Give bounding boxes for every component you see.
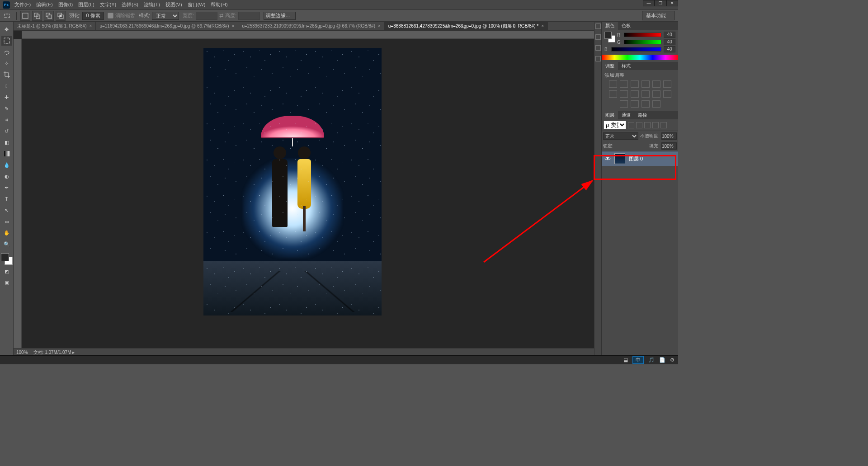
fill-input[interactable] [661,142,677,150]
tool-zoom[interactable]: 🔍 [1,239,12,249]
b-value[interactable]: 40 [664,46,675,52]
menu-select[interactable]: 选择(S) [121,0,139,9]
tool-shape[interactable]: ▭ [1,217,12,226]
menu-filter[interactable]: 滤镜(T) [143,0,161,9]
document-tab[interactable]: 未标题-1 @ 50% (图层 1, RGB/8#)× [14,22,96,31]
tab-channels[interactable]: 通道 [618,111,634,119]
canvas[interactable] [203,48,382,315]
menu-view[interactable]: 视图(V) [165,0,183,9]
current-tool-icon[interactable] [3,11,13,21]
tool-eraser[interactable]: ◧ [1,137,12,147]
tab-swatches[interactable]: 色板 [618,22,634,30]
dock-icon[interactable] [595,56,601,61]
maximize-button[interactable]: ❐ [655,0,666,6]
tool-blur[interactable]: 💧 [1,160,12,170]
tray-icon[interactable]: ⬓ [623,357,628,363]
document-tab[interactable]: u=2539637233,2109093909&fm=26&gp=0.jpg @… [238,22,384,30]
canvas-viewport[interactable] [14,31,594,348]
tool-path-select[interactable]: ↖ [1,205,12,215]
dock-icon[interactable] [595,34,601,40]
ruler-horizontal[interactable] [22,31,594,39]
adj-colorlookup-icon[interactable] [652,90,660,98]
ime-indicator[interactable]: 中 [632,356,644,364]
adj-vibrance-icon[interactable] [652,80,660,88]
menu-window[interactable]: 窗口(W) [187,0,207,9]
color-swatches[interactable] [1,253,13,265]
adj-curves-icon[interactable] [631,80,639,88]
filter-pixel-icon[interactable] [628,122,634,128]
style-select[interactable]: 正常 [152,12,179,20]
adj-invert-icon[interactable] [663,90,671,98]
layer-row[interactable]: 图层 0 [602,151,678,166]
tray-icon[interactable]: 📄 [659,357,665,363]
adj-levels-icon[interactable] [620,80,628,88]
feather-input[interactable] [82,12,104,20]
filter-smart-icon[interactable] [660,122,667,128]
tab-styles[interactable]: 样式 [618,62,634,70]
workspace-switcher[interactable]: 基本功能 [642,11,675,20]
selection-intersect-icon[interactable] [56,11,66,21]
adj-exposure-icon[interactable] [642,80,650,88]
dock-icon[interactable] [595,24,601,29]
g-value[interactable]: 40 [664,39,675,45]
tool-clone[interactable]: ⌗ [1,115,12,125]
foreground-color[interactable] [1,253,9,261]
zoom-level[interactable]: 100% [16,350,28,355]
adj-brightness-icon[interactable] [609,80,617,88]
screenmode-icon[interactable]: ▣ [1,278,12,287]
tool-type[interactable]: T [1,194,12,204]
dock-icon[interactable] [595,45,601,51]
adj-hue-icon[interactable] [663,80,671,88]
layer-thumbnail[interactable] [614,153,625,164]
menu-edit[interactable]: 编辑(E) [35,0,54,9]
tool-magic-wand[interactable]: ✧ [1,58,12,68]
menu-layer[interactable]: 图层(L) [77,0,95,9]
layer-name[interactable]: 图层 0 [629,155,643,162]
tool-lasso[interactable] [1,47,12,57]
filter-adjust-icon[interactable] [636,122,642,128]
adj-gradientmap-icon[interactable] [642,100,650,108]
close-icon[interactable]: × [378,24,381,28]
tool-history-brush[interactable]: ↺ [1,126,12,136]
filter-shape-icon[interactable] [652,122,659,128]
tool-gradient[interactable] [1,149,12,159]
spectrum-picker[interactable] [602,55,678,60]
close-button[interactable]: ✕ [666,0,678,6]
tab-layers[interactable]: 图层 [602,111,618,119]
tab-color[interactable]: 颜色 [602,22,618,30]
tool-spot-heal[interactable]: ✚ [1,92,12,102]
blend-mode-select[interactable]: 正常 [603,132,638,140]
adj-photofilter-icon[interactable] [631,90,639,98]
selection-add-icon[interactable] [32,11,42,21]
fgcolor-swatch[interactable] [604,32,612,39]
tool-crop[interactable] [1,70,12,80]
tool-hand[interactable]: ✋ [1,228,12,238]
g-slider[interactable] [624,40,661,44]
tool-move[interactable]: ✥ [1,24,12,34]
refine-edge-button[interactable]: 调整边缘... [264,12,296,20]
filter-type-icon[interactable] [644,122,651,128]
r-slider[interactable] [624,33,661,37]
tool-dodge[interactable]: ◐ [1,171,12,181]
menu-file[interactable]: 文件(F) [14,0,32,9]
tray-icon[interactable]: 🎵 [648,357,655,363]
adj-bw-icon[interactable] [620,90,628,98]
adj-selectivecolor-icon[interactable] [652,100,660,108]
tool-brush[interactable]: ✎ [1,104,12,113]
menu-image[interactable]: 图像(I) [57,0,74,9]
selection-subtract-icon[interactable] [44,11,54,21]
b-slider[interactable] [611,47,661,52]
tab-paths[interactable]: 路径 [634,111,651,119]
opacity-input[interactable] [661,132,677,140]
close-icon[interactable]: × [90,24,92,28]
adj-threshold-icon[interactable] [631,100,639,108]
visibility-icon[interactable] [604,155,611,162]
tab-adjustments[interactable]: 调整 [602,62,618,70]
document-tab[interactable]: u=116942063,2176669046&fm=26&gp=0.jpg @ … [96,22,238,30]
close-icon[interactable]: × [232,24,235,28]
adj-channelmixer-icon[interactable] [642,90,650,98]
r-value[interactable]: 40 [664,32,675,38]
minimize-button[interactable]: — [643,0,655,6]
ruler-vertical[interactable] [14,39,22,348]
adj-colorbalance-icon[interactable] [609,90,617,98]
